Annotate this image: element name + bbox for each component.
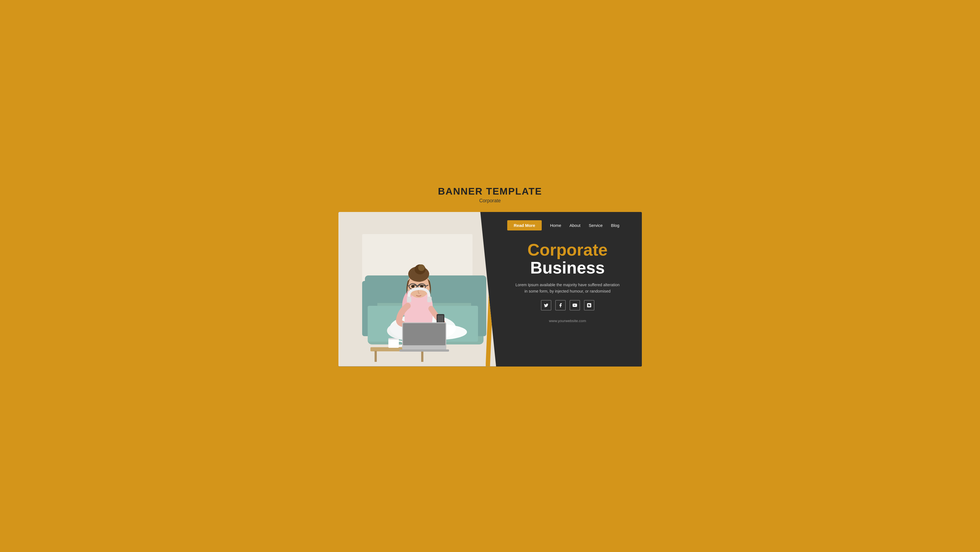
twitter-icon[interactable] (541, 300, 551, 311)
page-wrapper: BANNER TEMPLATE Corporate (339, 186, 642, 367)
youtube-icon[interactable] (570, 300, 580, 311)
banner-left (339, 212, 496, 367)
hero-center-block: Corporate Business Lorem Ipsum available… (507, 241, 628, 323)
nav-link-service[interactable]: Service (589, 223, 603, 228)
svg-rect-12 (421, 351, 423, 362)
svg-rect-13 (388, 339, 399, 348)
svg-rect-34 (407, 297, 411, 302)
nav-link-blog[interactable]: Blog (611, 223, 619, 228)
svg-point-32 (411, 285, 415, 288)
hero-text-block: Corporate Business Lorem Ipsum available… (507, 241, 628, 323)
page-subtitle: Corporate (479, 198, 501, 204)
social-icons-bar (541, 300, 594, 311)
svg-rect-35 (427, 297, 432, 302)
hero-line2: Business (530, 260, 605, 276)
svg-point-27 (418, 265, 425, 271)
facebook-icon[interactable] (555, 300, 566, 311)
blogger-icon[interactable] (584, 300, 594, 311)
nav-link-home[interactable]: Home (550, 223, 561, 228)
banner-right: Read More Home About Service Blog Corpor… (496, 212, 642, 367)
svg-rect-11 (375, 351, 377, 362)
banner: Read More Home About Service Blog Corpor… (339, 212, 642, 367)
hero-image (339, 212, 496, 367)
hero-line1: Corporate (527, 241, 608, 258)
nav-link-about[interactable]: About (570, 223, 581, 228)
navigation-bar: Read More Home About Service Blog (507, 220, 628, 230)
page-title: BANNER TEMPLATE (438, 186, 542, 197)
hero-description: Lorem Ipsum available the majority have … (515, 282, 620, 295)
website-url: www.yourwebsite.com (549, 319, 586, 323)
right-inner: Read More Home About Service Blog Corpor… (507, 220, 628, 323)
svg-rect-23 (399, 349, 449, 352)
svg-rect-22 (403, 323, 445, 345)
read-more-button[interactable]: Read More (507, 220, 542, 230)
